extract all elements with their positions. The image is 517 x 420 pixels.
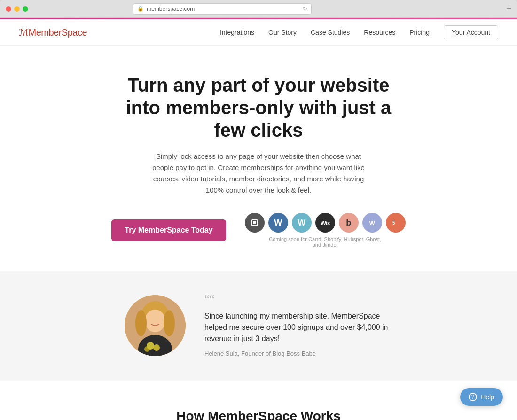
minimize-dot[interactable] <box>14 6 20 12</box>
account-button[interactable]: Your Account <box>444 25 498 39</box>
help-icon: ? <box>469 393 477 401</box>
platform-icons-group: W W Wix b W 5 Coming soon for Carrd, Sho… <box>245 213 406 248</box>
how-it-works-title: How MemberSpace Works <box>19 409 498 420</box>
quote-marks: ““ <box>204 295 392 307</box>
nav-link-case-studies[interactable]: Case Studies <box>311 29 350 36</box>
page-content: ℳMemberSpace Integrations Our Story Case… <box>0 18 517 420</box>
html5-icon: 5 <box>386 213 406 233</box>
main-nav: ℳMemberSpace Integrations Our Story Case… <box>0 19 517 46</box>
nav-link-resources[interactable]: Resources <box>364 29 395 36</box>
bubble-icon: b <box>339 213 359 233</box>
webflow-icon: W <box>362 213 382 233</box>
testimonial-quote: Since launching my membership site, Memb… <box>204 311 392 344</box>
nav-item-resources[interactable]: Resources <box>364 28 395 37</box>
testimonial-attribution: Helene Sula, Founder of Blog Boss Babe <box>204 350 392 357</box>
svg-point-5 <box>145 310 165 332</box>
new-tab-button[interactable]: + <box>506 5 511 13</box>
testimonial-content: ““ Since launching my membership site, M… <box>204 295 392 357</box>
help-label: Help <box>481 393 494 401</box>
nav-links: Integrations Our Story Case Studies Reso… <box>220 28 430 37</box>
testimonial-avatar <box>125 295 186 356</box>
hero-cta-row: Try MemberSpace Today W W Wix b W 5 <box>19 213 498 248</box>
help-icon-text: ? <box>471 394 475 400</box>
address-bar[interactable]: 🔒 memberspace.com ↻ <box>133 3 312 15</box>
nav-link-our-story[interactable]: Our Story <box>268 29 297 36</box>
maximize-dot[interactable] <box>23 6 28 12</box>
wordpress-icon: W <box>268 213 288 233</box>
svg-text:5: 5 <box>392 220 395 226</box>
squarespace-icon <box>245 213 265 233</box>
nav-item-pricing[interactable]: Pricing <box>409 28 430 37</box>
browser-window: 🔒 memberspace.com ↻ + ℳMemberSpace Integ… <box>0 0 517 420</box>
lock-icon: 🔒 <box>137 6 144 12</box>
testimonial-section: ““ Since launching my membership site, M… <box>0 271 517 381</box>
nav-link-integrations[interactable]: Integrations <box>220 29 254 36</box>
nav-item-case-studies[interactable]: Case Studies <box>311 28 350 37</box>
nav-item-our-story[interactable]: Our Story <box>268 28 297 37</box>
coming-soon-text: Coming soon for Carrd, Shopify, Hubspot,… <box>266 236 384 248</box>
svg-point-6 <box>135 310 147 336</box>
help-button[interactable]: ? Help <box>460 388 503 406</box>
nav-item-integrations[interactable]: Integrations <box>220 28 254 37</box>
how-it-works-section: How MemberSpace Works memberspacedemo.co… <box>0 381 517 420</box>
site-logo[interactable]: ℳMemberSpace <box>19 27 87 38</box>
nav-link-pricing[interactable]: Pricing <box>409 29 430 36</box>
platform-icons-row: W W Wix b W 5 <box>245 213 406 233</box>
browser-dots <box>6 6 28 12</box>
svg-point-11 <box>144 346 150 352</box>
hero-section: Turn any part of your website into membe… <box>0 46 517 271</box>
svg-point-7 <box>164 310 175 336</box>
refresh-icon[interactable]: ↻ <box>303 6 307 12</box>
hero-subtitle: Simply lock access to any page of your w… <box>146 151 371 196</box>
hero-title: Turn any part of your website into membe… <box>113 74 404 141</box>
close-dot[interactable] <box>6 6 11 12</box>
url-text: memberspace.com <box>147 6 195 12</box>
cta-button[interactable]: Try MemberSpace Today <box>111 219 226 241</box>
weebly-icon: W <box>292 213 312 233</box>
svg-rect-1 <box>253 221 256 224</box>
svg-point-10 <box>153 344 160 351</box>
wix-icon: Wix <box>315 213 335 233</box>
browser-titlebar: 🔒 memberspace.com ↻ + <box>0 0 517 18</box>
logo-m-icon: ℳ <box>19 27 29 38</box>
